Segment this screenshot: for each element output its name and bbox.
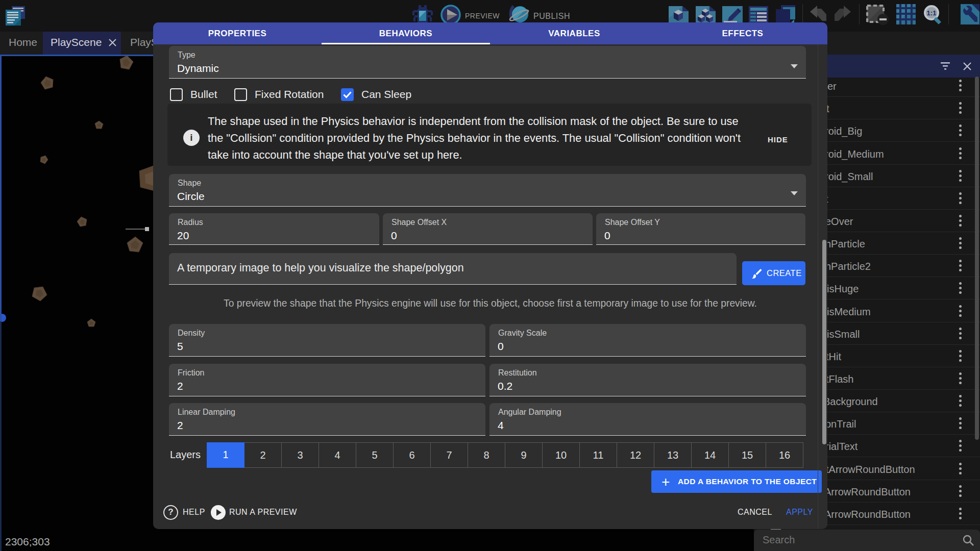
svg-text:1:1: 1:1	[927, 9, 937, 17]
